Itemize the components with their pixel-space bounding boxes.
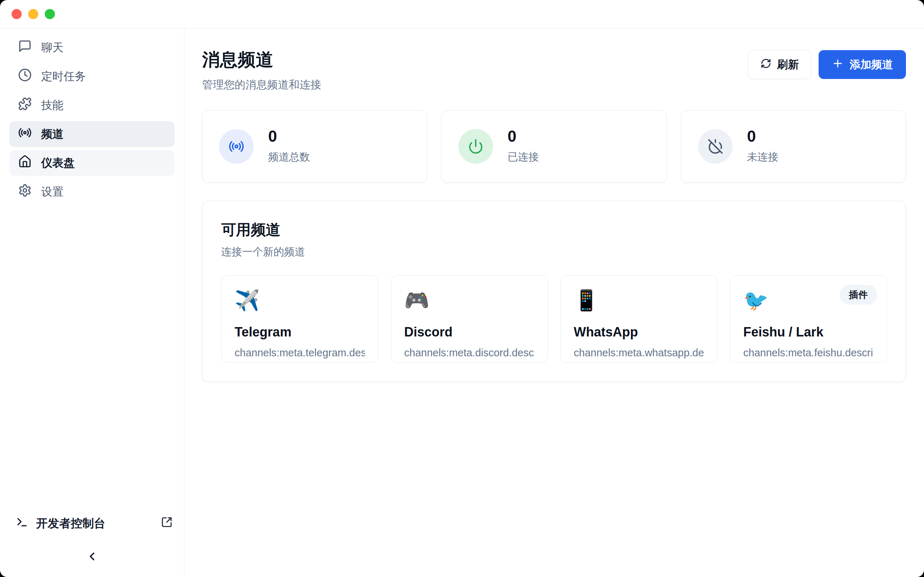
add-channel-button-label: 添加频道 bbox=[850, 57, 893, 72]
zoom-button[interactable] bbox=[45, 9, 55, 19]
refresh-button[interactable]: 刷新 bbox=[748, 50, 811, 79]
discord-gamepad-emoji-icon: 🎮 bbox=[404, 288, 535, 313]
close-button[interactable] bbox=[11, 9, 22, 19]
stat-card-connected: 0 已连接 bbox=[441, 110, 666, 182]
sidebar-item-scheduled-tasks[interactable]: 定时任务 bbox=[10, 63, 175, 89]
sidebar-item-label: 定时任务 bbox=[41, 69, 86, 84]
telegram-airplane-emoji-icon: ✈️ bbox=[234, 288, 365, 313]
broadcast-icon bbox=[219, 129, 254, 164]
main-content: 消息频道 管理您的消息频道和连接 刷新 添加频道 bbox=[184, 29, 924, 577]
sidebar-item-skills[interactable]: 技能 bbox=[10, 92, 175, 118]
refresh-icon bbox=[761, 58, 771, 71]
channel-description: channels:meta.discord.descriptic bbox=[404, 347, 535, 359]
stat-label: 未连接 bbox=[747, 150, 779, 164]
stat-label: 频道总数 bbox=[268, 150, 310, 164]
channel-name: Feishu / Lark bbox=[743, 324, 874, 340]
plus-icon bbox=[832, 57, 844, 72]
home-icon bbox=[18, 155, 32, 171]
sidebar-item-label: 聊天 bbox=[41, 40, 63, 55]
sidebar-nav: 聊天 定时任务 技能 bbox=[0, 35, 184, 205]
titlebar bbox=[0, 0, 924, 29]
channel-grid: ✈️ Telegram channels:meta.telegram.descr… bbox=[221, 275, 887, 363]
channel-description: channels:meta.telegram.descript bbox=[234, 347, 365, 359]
stat-card-total-channels: 0 频道总数 bbox=[202, 110, 427, 182]
stats-row: 0 频道总数 0 已连接 bbox=[202, 110, 906, 182]
available-channels-section: 可用频道 连接一个新的频道 ✈️ Telegram channels:meta.… bbox=[202, 201, 906, 382]
page-title: 消息频道 bbox=[202, 48, 321, 72]
channel-description: channels:meta.feishu.description bbox=[743, 347, 874, 359]
sidebar-item-channels[interactable]: 频道 bbox=[10, 121, 175, 147]
channel-card-discord[interactable]: 🎮 Discord channels:meta.discord.descript… bbox=[391, 275, 548, 363]
dev-console-link[interactable]: 开发者控制台 bbox=[0, 510, 184, 537]
power-icon bbox=[459, 129, 493, 164]
stat-label: 已连接 bbox=[507, 150, 539, 164]
app-window: 聊天 定时任务 技能 bbox=[0, 0, 924, 577]
external-link-icon[interactable] bbox=[161, 516, 173, 531]
page-subtitle: 管理您的消息频道和连接 bbox=[202, 77, 321, 92]
add-channel-button[interactable]: 添加频道 bbox=[819, 50, 906, 79]
channel-card-feishu[interactable]: 插件 🐦 Feishu / Lark channels:meta.feishu.… bbox=[730, 275, 887, 363]
plugin-badge: 插件 bbox=[840, 285, 877, 305]
traffic-lights bbox=[11, 9, 55, 19]
chevron-left-icon bbox=[86, 550, 99, 564]
sidebar-item-dashboard[interactable]: 仪表盘 bbox=[10, 150, 175, 176]
broadcast-icon bbox=[18, 126, 32, 142]
stat-value: 0 bbox=[507, 128, 539, 144]
sidebar-item-label: 频道 bbox=[41, 127, 63, 142]
stat-card-disconnected: 0 未连接 bbox=[681, 110, 906, 182]
power-off-icon bbox=[698, 129, 733, 164]
channel-name: Telegram bbox=[234, 324, 365, 340]
refresh-button-label: 刷新 bbox=[777, 57, 799, 72]
minimize-button[interactable] bbox=[28, 9, 38, 19]
channel-name: WhatsApp bbox=[574, 324, 704, 340]
channel-card-telegram[interactable]: ✈️ Telegram channels:meta.telegram.descr… bbox=[221, 275, 378, 363]
sidebar-footer: 开发者控制台 bbox=[0, 510, 184, 577]
dev-console-label: 开发者控制台 bbox=[36, 516, 105, 532]
channel-description: channels:meta.whatsapp.descrip bbox=[574, 347, 704, 359]
sidebar-item-settings[interactable]: 设置 bbox=[10, 179, 175, 205]
stat-value: 0 bbox=[747, 128, 779, 144]
channel-card-whatsapp[interactable]: 📱 WhatsApp channels:meta.whatsapp.descri… bbox=[561, 275, 717, 363]
terminal-icon bbox=[16, 516, 28, 531]
sidebar-item-chat[interactable]: 聊天 bbox=[10, 35, 175, 61]
chat-icon bbox=[18, 39, 32, 56]
sidebar: 聊天 定时任务 技能 bbox=[0, 29, 184, 577]
sidebar-collapse-button[interactable] bbox=[0, 537, 184, 577]
sidebar-item-label: 设置 bbox=[41, 184, 63, 200]
sidebar-item-label: 仪表盘 bbox=[41, 155, 75, 171]
whatsapp-phone-emoji-icon: 📱 bbox=[574, 288, 704, 313]
clock-icon bbox=[18, 68, 32, 85]
sidebar-item-label: 技能 bbox=[41, 98, 63, 113]
gear-icon bbox=[18, 184, 32, 200]
available-channels-subtitle: 连接一个新的频道 bbox=[221, 245, 887, 259]
channel-name: Discord bbox=[404, 324, 535, 340]
available-channels-title: 可用频道 bbox=[221, 220, 887, 240]
stat-value: 0 bbox=[268, 128, 310, 144]
puzzle-icon bbox=[18, 97, 32, 114]
page-header: 消息频道 管理您的消息频道和连接 刷新 添加频道 bbox=[202, 48, 906, 92]
